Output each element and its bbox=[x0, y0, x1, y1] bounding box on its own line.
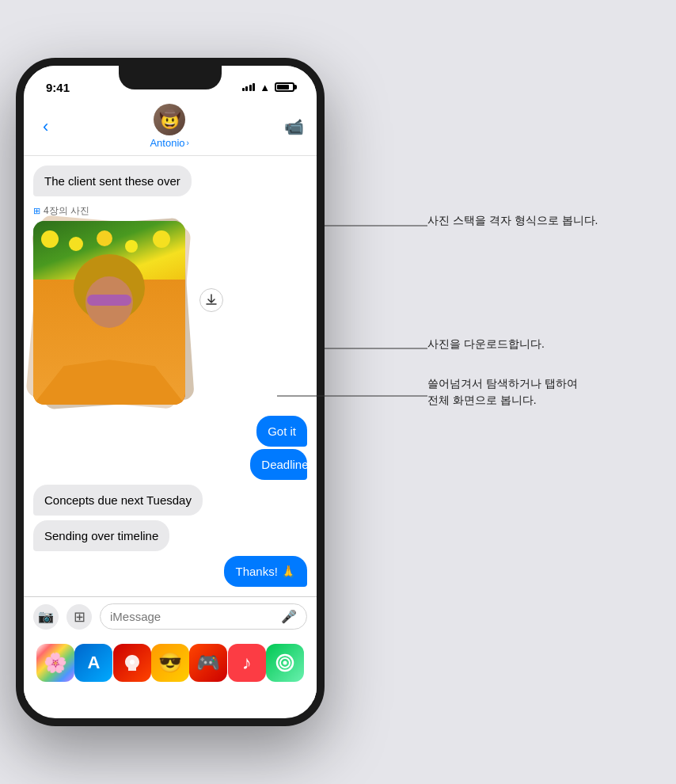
bar2 bbox=[245, 86, 248, 91]
photo-stack-section[interactable]: ⊞ 4장의 사진 bbox=[33, 204, 192, 411]
photo-stack-wrapper bbox=[33, 221, 192, 411]
annotation-download: 사진을 다운로드합니다. bbox=[427, 336, 545, 352]
download-icon bbox=[206, 294, 217, 306]
bubble-concepts: Concepts due next Tuesday bbox=[33, 485, 203, 516]
contact-name: Antonio › bbox=[150, 137, 188, 149]
glasses bbox=[87, 295, 131, 306]
phone-frame: 9:41 ▲ bbox=[16, 58, 325, 726]
app-photos[interactable]: 🌸 bbox=[36, 644, 74, 682]
ann-download-text: 사진을 다운로드합니다. bbox=[427, 337, 545, 350]
message-input-container: 🎤 bbox=[100, 603, 307, 630]
app-dock: 🌸 A 😎 🎮 ♪ bbox=[24, 637, 317, 701]
ann-swipe-text1: 쓸어넘겨서 탐색하거나 탭하여 bbox=[427, 377, 578, 390]
message-thanks: Thanks! 🙏 bbox=[224, 556, 307, 587]
download-button[interactable] bbox=[199, 288, 223, 312]
app-fitness[interactable] bbox=[266, 644, 304, 682]
message-got-it: Got it bbox=[256, 416, 307, 447]
sent-group-1: Got it Deadline? bbox=[231, 416, 307, 480]
chevron-down-icon: › bbox=[187, 139, 189, 147]
signal-bars-icon bbox=[242, 83, 256, 91]
camera-button[interactable]: 📷 bbox=[33, 604, 59, 630]
svg-point-0 bbox=[130, 660, 135, 664]
app-store[interactable]: A bbox=[74, 644, 112, 682]
photo-image bbox=[33, 221, 185, 405]
bubble-got-it: Got it bbox=[256, 416, 307, 447]
battery-icon bbox=[275, 82, 294, 92]
phone-container: 9:41 ▲ bbox=[16, 58, 325, 726]
back-button[interactable]: ‹ bbox=[36, 113, 55, 140]
ann-swipe-text2: 전체 화면으로 봅니다. bbox=[427, 394, 537, 406]
app-game[interactable]: 🎮 bbox=[189, 644, 227, 682]
app-memoji[interactable]: 😎 bbox=[151, 644, 189, 682]
mic-button[interactable]: 🎤 bbox=[281, 609, 297, 624]
notch bbox=[119, 66, 222, 89]
message-deadline: Deadline? bbox=[250, 449, 307, 480]
nav-contact[interactable]: 🤠 Antonio › bbox=[150, 104, 188, 149]
wifi-icon: ▲ bbox=[260, 82, 270, 93]
bubble-timeline: Sending over timeline bbox=[33, 520, 169, 551]
nav-header: ‹ 🤠 Antonio › 📹 bbox=[24, 101, 317, 156]
flower bbox=[125, 240, 138, 253]
messages-area[interactable]: The client sent these over ⊞ 4장의 사진 bbox=[24, 156, 317, 596]
full-scene: 9:41 ▲ bbox=[0, 0, 676, 784]
input-area: 📷 ⊞ 🎤 bbox=[24, 596, 317, 637]
bar3 bbox=[249, 85, 252, 91]
status-time: 9:41 bbox=[46, 81, 70, 94]
message-1: The client sent these over bbox=[33, 166, 192, 196]
avatar: 🤠 bbox=[154, 104, 185, 135]
message-timeline: Sending over timeline bbox=[33, 520, 169, 551]
flower bbox=[69, 237, 83, 251]
annotation-photo-grid: 사진 스택을 격자 형식으로 봅니다. bbox=[427, 212, 598, 229]
soundhound-icon bbox=[121, 652, 143, 674]
bubble-received: The client sent these over bbox=[33, 166, 192, 196]
ann-photo-grid-text: 사진 스택을 격자 형식으로 봅니다. bbox=[427, 212, 598, 229]
battery-fill bbox=[277, 85, 289, 89]
apps-button[interactable]: ⊞ bbox=[66, 604, 92, 630]
message-input[interactable] bbox=[110, 610, 275, 623]
flower bbox=[153, 230, 170, 248]
video-call-button[interactable]: 📹 bbox=[284, 117, 304, 136]
flower bbox=[41, 230, 59, 248]
bar1 bbox=[242, 88, 245, 91]
photo-stack[interactable] bbox=[33, 221, 192, 411]
flower bbox=[97, 230, 112, 246]
photo-card-main[interactable] bbox=[33, 221, 185, 405]
app-music[interactable]: ♪ bbox=[228, 644, 266, 682]
app-soundhound[interactable] bbox=[113, 644, 151, 682]
bubble-thanks: Thanks! 🙏 bbox=[224, 556, 307, 587]
fitness-icon bbox=[274, 652, 296, 674]
bar4 bbox=[253, 83, 255, 91]
status-icons: ▲ bbox=[242, 82, 294, 93]
message-concepts: Concepts due next Tuesday bbox=[33, 485, 203, 516]
bubble-deadline: Deadline? bbox=[250, 449, 307, 480]
phone-content: 9:41 ▲ bbox=[24, 66, 317, 701]
svg-point-3 bbox=[283, 661, 287, 665]
grid-icon: ⊞ bbox=[33, 206, 40, 216]
annotation-swipe: 쓸어넘겨서 탐색하거나 탭하여 전체 화면으로 봅니다. bbox=[427, 375, 578, 409]
